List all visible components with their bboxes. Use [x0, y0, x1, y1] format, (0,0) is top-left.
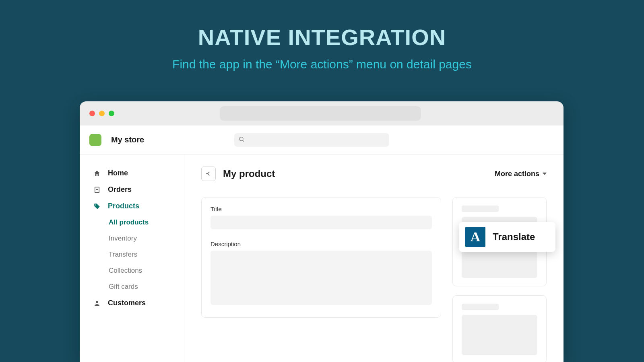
side-placeholder: [462, 304, 499, 310]
product-form-card: Title Description: [201, 197, 441, 318]
window-titlebar: [80, 101, 564, 125]
sidebar-subitem-gift-cards[interactable]: Gift cards: [109, 279, 184, 295]
svg-line-1: [243, 140, 244, 142]
back-button[interactable]: [201, 167, 216, 181]
window-close-icon[interactable]: [89, 111, 95, 116]
orders-icon: [93, 186, 101, 193]
sidebar-item-products[interactable]: Products: [80, 198, 184, 214]
sidebar-subitem-collections[interactable]: Collections: [109, 263, 184, 279]
sidebar-products-sublist: All products Inventory Transfers Collect…: [80, 214, 184, 295]
side-placeholder: [462, 206, 499, 212]
tag-icon: [93, 203, 101, 210]
more-actions-button[interactable]: More actions: [495, 170, 547, 178]
sidebar-item-customers[interactable]: Customers: [80, 295, 184, 311]
sidebar-item-label: Home: [108, 169, 128, 177]
dropdown-item-translate[interactable]: Translate: [493, 231, 535, 243]
content-columns: Title Description: [201, 197, 547, 362]
sidebar-subitem-transfers[interactable]: Transfers: [109, 247, 184, 263]
app-window: My store Home Orders: [80, 101, 564, 362]
more-actions-label: More actions: [495, 170, 539, 178]
app-topbar: My store: [80, 125, 564, 154]
window-zoom-icon[interactable]: [109, 111, 114, 116]
page-header: My product More actions: [201, 167, 547, 181]
sidebar-subitem-inventory[interactable]: Inventory: [109, 230, 184, 247]
search-icon: [238, 136, 245, 144]
window-address-field: [220, 106, 421, 121]
side-column: A Translate: [452, 197, 547, 362]
home-icon: [93, 170, 101, 177]
hero-title: NATIVE INTEGRATION: [0, 24, 644, 50]
sidebar-item-label: Products: [108, 202, 139, 210]
window-minimize-icon[interactable]: [99, 111, 105, 116]
store-name: My store: [111, 135, 144, 144]
svg-point-3: [95, 204, 96, 205]
store-logo-icon: [89, 134, 101, 146]
sidebar-subitem-all-products[interactable]: All products: [109, 214, 184, 230]
svg-point-0: [239, 137, 243, 140]
sidebar-item-label: Orders: [108, 185, 132, 194]
page-header-left: My product: [201, 167, 275, 181]
translate-app-icon: A: [465, 227, 485, 247]
description-label: Description: [211, 241, 432, 247]
global-search-input[interactable]: [234, 133, 389, 147]
user-icon: [93, 300, 101, 307]
description-input[interactable]: [211, 251, 432, 305]
svg-point-4: [96, 301, 98, 303]
promo-hero: NATIVE INTEGRATION Find the app in the “…: [0, 0, 644, 71]
sidebar-item-home[interactable]: Home: [80, 165, 184, 181]
page-title: My product: [223, 168, 275, 179]
app-frame: My store Home Orders: [80, 125, 564, 362]
chevron-down-icon: [543, 173, 547, 175]
sidebar: Home Orders Products All products: [80, 154, 184, 362]
main-content: My product More actions Title Descriptio…: [184, 154, 564, 362]
more-actions-dropdown: A Translate: [459, 222, 555, 252]
title-input[interactable]: [211, 216, 432, 229]
sidebar-item-orders[interactable]: Orders: [80, 181, 184, 198]
hero-subtitle: Find the app in the “More actions” menu …: [0, 58, 644, 71]
sidebar-item-label: Customers: [108, 299, 146, 307]
side-card-2: [452, 295, 547, 362]
window-controls: [89, 111, 114, 116]
arrow-left-icon: [205, 170, 212, 177]
app-body: Home Orders Products All products: [80, 154, 564, 362]
side-placeholder: [462, 315, 537, 355]
title-label: Title: [211, 206, 432, 212]
